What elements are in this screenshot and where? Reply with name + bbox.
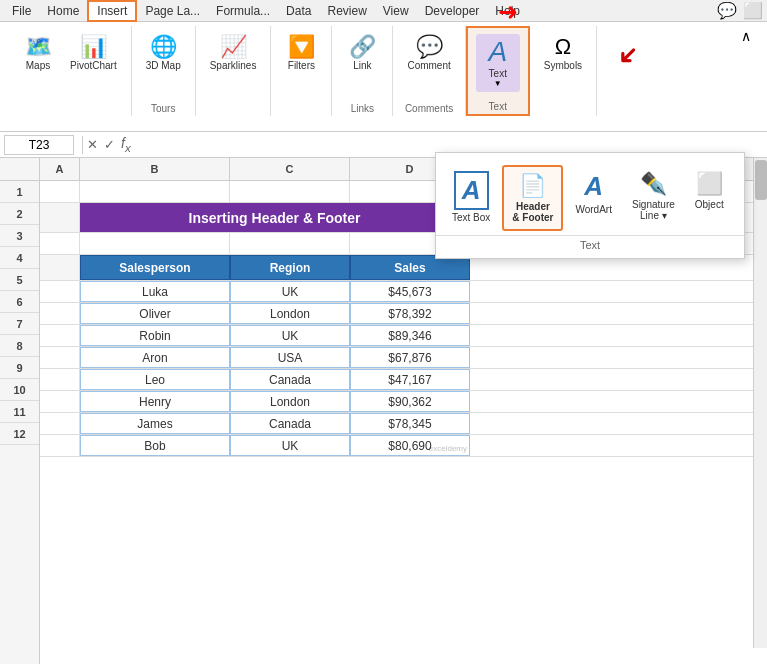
cell-d8[interactable]: $67,876 [350, 347, 470, 368]
chat-icon[interactable]: 💬 [717, 1, 737, 20]
ribbon-items-sparklines: 📈 Sparklines [204, 28, 263, 114]
confirm-formula-icon[interactable]: ✓ [104, 137, 115, 152]
cell-reference-input[interactable]: T23 [4, 135, 74, 155]
cell-b8[interactable]: Aron [80, 347, 230, 368]
cell-c5[interactable]: UK [230, 281, 350, 302]
cell-d5[interactable]: $45,673 [350, 281, 470, 302]
cell-c8[interactable]: USA [230, 347, 350, 368]
menu-pagelayout[interactable]: Page La... [137, 2, 208, 20]
cell-d9[interactable]: $47,167 [350, 369, 470, 390]
symbols-button[interactable]: Ω Symbols [538, 32, 588, 75]
restore-icon[interactable]: ⬜ [743, 1, 763, 20]
link-button[interactable]: 🔗 Link [340, 32, 384, 75]
menu-developer[interactable]: Developer [417, 2, 488, 20]
cell-a7[interactable] [40, 325, 80, 346]
cell-title[interactable]: Inserting Header & Footer [80, 203, 470, 232]
col-header-b[interactable]: B [80, 158, 230, 180]
cell-b9[interactable]: Leo [80, 369, 230, 390]
object-label: Object [695, 199, 724, 210]
cell-c9[interactable]: Canada [230, 369, 350, 390]
cell-b11[interactable]: James [80, 413, 230, 434]
menu-file[interactable]: File [4, 2, 39, 20]
arrow-to-text: ➜ [498, 0, 518, 26]
row-header-1[interactable]: 1 [0, 181, 39, 203]
cell-c7[interactable]: UK [230, 325, 350, 346]
header-footer-button[interactable]: 📄 Header& Footer [502, 165, 563, 231]
cell-d12[interactable]: $80,690 exceldemy [350, 435, 470, 456]
row-header-5[interactable]: 5 [0, 269, 39, 291]
cell-c10[interactable]: London [230, 391, 350, 412]
comment-button[interactable]: 💬 Comment [401, 32, 456, 75]
cell-a10[interactable] [40, 391, 80, 412]
ribbon-group-charts: 🗺️ Maps 📊 PivotChart [8, 26, 132, 116]
row-header-3[interactable]: 3 [0, 225, 39, 247]
menu-home[interactable]: Home [39, 2, 87, 20]
row-header-12[interactable]: 12 [0, 423, 39, 445]
row-header-11[interactable]: 11 [0, 401, 39, 423]
wordart-button[interactable]: A WordArt [567, 165, 620, 221]
cell-c6[interactable]: London [230, 303, 350, 324]
cell-c11[interactable]: Canada [230, 413, 350, 434]
text-button[interactable]: A Text ▼ [476, 34, 520, 92]
pivotchart-button[interactable]: 📊 PivotChart [64, 32, 123, 75]
menu-view[interactable]: View [375, 2, 417, 20]
row-header-2[interactable]: 2 [0, 203, 39, 225]
cell-a4[interactable] [40, 255, 80, 280]
cancel-formula-icon[interactable]: ✕ [87, 137, 98, 152]
cell-b5[interactable]: Luka [80, 281, 230, 302]
cell-b1[interactable] [80, 181, 230, 202]
formula-bar-divider [82, 136, 83, 154]
insert-function-icon[interactable]: fx [121, 135, 131, 154]
3dmap-button[interactable]: 🌐 3D Map [140, 32, 187, 75]
row-header-4[interactable]: 4 [0, 247, 39, 269]
cell-d7[interactable]: $89,346 [350, 325, 470, 346]
cell-a3[interactable] [40, 233, 80, 254]
menu-formulas[interactable]: Formula... [208, 2, 278, 20]
cell-a12[interactable] [40, 435, 80, 456]
cell-b3[interactable] [80, 233, 230, 254]
row-header-7[interactable]: 7 [0, 313, 39, 335]
cell-c3[interactable] [230, 233, 350, 254]
menu-review[interactable]: Review [319, 2, 374, 20]
textbox-button[interactable]: A Text Box [444, 165, 498, 229]
ribbon-items-tours: 🌐 3D Map [140, 28, 187, 114]
cell-b12[interactable]: Bob [80, 435, 230, 456]
menu-insert[interactable]: Insert [87, 0, 137, 22]
cell-a2[interactable] [40, 203, 80, 232]
cell-c1[interactable] [230, 181, 350, 202]
col-header-a[interactable]: A [40, 158, 80, 180]
menu-data[interactable]: Data [278, 2, 319, 20]
cell-d10[interactable]: $90,362 [350, 391, 470, 412]
ribbon-groups: 🗺️ Maps 📊 PivotChart 🌐 3D Map [8, 26, 759, 127]
cell-d11[interactable]: $78,345 [350, 413, 470, 434]
row-header-9[interactable]: 9 [0, 357, 39, 379]
maps-button[interactable]: 🗺️ Maps [16, 32, 60, 75]
ribbon-collapse-icon[interactable]: ∧ [741, 28, 751, 44]
filters-button[interactable]: 🔽 Filters [279, 32, 323, 75]
row-header-10[interactable]: 10 [0, 379, 39, 401]
sparklines-icon: 📈 [220, 36, 247, 58]
cell-b10[interactable]: Henry [80, 391, 230, 412]
formula-input[interactable] [135, 136, 763, 154]
vertical-scrollbar[interactable] [753, 158, 767, 648]
cell-a9[interactable] [40, 369, 80, 390]
row-header-8[interactable]: 8 [0, 335, 39, 357]
object-button[interactable]: ⬜ Object [687, 165, 732, 216]
cell-region-header[interactable]: Region [230, 255, 350, 280]
scrollbar-thumb[interactable] [755, 160, 767, 200]
cell-a6[interactable] [40, 303, 80, 324]
cell-salesperson[interactable]: Salesperson [80, 255, 230, 280]
cell-a11[interactable] [40, 413, 80, 434]
cell-a5[interactable] [40, 281, 80, 302]
cell-b7[interactable]: Robin [80, 325, 230, 346]
sparklines-button[interactable]: 📈 Sparklines [204, 32, 263, 75]
cell-c12[interactable]: UK [230, 435, 350, 456]
col-header-c[interactable]: C [230, 158, 350, 180]
cell-a1[interactable] [40, 181, 80, 202]
dropdown-items-row: A Text Box 📄 Header& Footer A WordArt ✒️… [436, 157, 744, 235]
cell-a8[interactable] [40, 347, 80, 368]
signature-button[interactable]: ✒️ SignatureLine ▾ [624, 165, 683, 227]
cell-b6[interactable]: Oliver [80, 303, 230, 324]
cell-d6[interactable]: $78,392 [350, 303, 470, 324]
row-header-6[interactable]: 6 [0, 291, 39, 313]
